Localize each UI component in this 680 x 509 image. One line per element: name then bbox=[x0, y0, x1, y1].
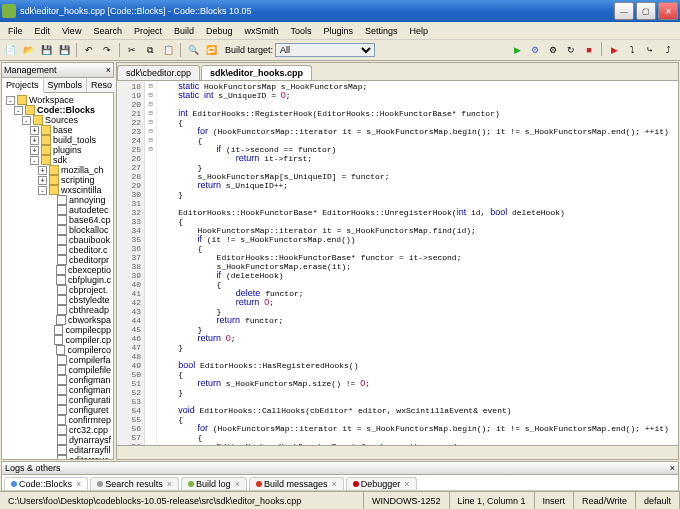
menu-view[interactable]: View bbox=[56, 25, 87, 37]
tree-item[interactable]: configman bbox=[2, 385, 113, 395]
new-file-icon[interactable]: 📄 bbox=[2, 42, 18, 58]
horizontal-scrollbar[interactable] bbox=[117, 445, 678, 459]
undo-icon[interactable]: ↶ bbox=[81, 42, 97, 58]
tree-item[interactable]: cbproject. bbox=[2, 285, 113, 295]
expand-icon[interactable]: + bbox=[38, 176, 47, 185]
tree-item[interactable]: configuret bbox=[2, 405, 113, 415]
fold-gutter[interactable]: ⊟ ⊟ ⊟ ⊟ ⊟ ⊟ ⊟ ⊟ bbox=[145, 81, 157, 445]
collapse-icon[interactable]: - bbox=[14, 106, 23, 115]
find-icon[interactable]: 🔍 bbox=[185, 42, 201, 58]
rebuild-icon[interactable]: ↻ bbox=[563, 42, 579, 58]
mgmt-tab-reso[interactable]: Reso bbox=[87, 78, 117, 92]
menu-project[interactable]: Project bbox=[128, 25, 168, 37]
log-tab-debugger[interactable]: Debugger× bbox=[346, 477, 417, 490]
tree-item[interactable]: compiler.cp bbox=[2, 335, 113, 345]
step-into-icon[interactable]: ⤷ bbox=[642, 42, 658, 58]
close-button[interactable]: ✕ bbox=[658, 2, 678, 20]
maximize-button[interactable]: ▢ bbox=[636, 2, 656, 20]
collapse-icon[interactable]: - bbox=[30, 156, 39, 165]
tab-close-icon[interactable]: × bbox=[167, 479, 172, 489]
tab-close-icon[interactable]: × bbox=[331, 479, 336, 489]
collapse-icon[interactable]: - bbox=[6, 96, 15, 105]
expand-icon[interactable]: + bbox=[38, 166, 47, 175]
tree-item[interactable]: blockalloc bbox=[2, 225, 113, 235]
menu-plugins[interactable]: Plugins bbox=[318, 25, 360, 37]
tree-item[interactable]: cbthreadp bbox=[2, 305, 113, 315]
expand-icon[interactable]: + bbox=[30, 136, 39, 145]
build-run-icon[interactable]: ⚙ bbox=[545, 42, 561, 58]
redo-icon[interactable]: ↷ bbox=[99, 42, 115, 58]
save-icon[interactable]: 💾 bbox=[38, 42, 54, 58]
menu-settings[interactable]: Settings bbox=[359, 25, 404, 37]
step-over-icon[interactable]: ⤵ bbox=[624, 42, 640, 58]
editor-tab[interactable]: sdk\cbeditor.cpp bbox=[117, 65, 200, 80]
tree-item[interactable]: cbworkspa bbox=[2, 315, 113, 325]
tree-item[interactable]: dynarraysf bbox=[2, 435, 113, 445]
tree-item[interactable]: cbstyledte bbox=[2, 295, 113, 305]
debug-icon[interactable]: ▶ bbox=[606, 42, 622, 58]
stop-icon[interactable]: ■ bbox=[581, 42, 597, 58]
open-icon[interactable]: 📂 bbox=[20, 42, 36, 58]
tree-item[interactable]: -Sources bbox=[2, 115, 113, 125]
mgmt-tab-projects[interactable]: Projects bbox=[2, 78, 44, 93]
tree-item[interactable]: base64.cp bbox=[2, 215, 113, 225]
tree-item[interactable]: editarrayo bbox=[2, 455, 113, 459]
tree-item[interactable]: configurati bbox=[2, 395, 113, 405]
log-tab-build-messages[interactable]: Build messages× bbox=[249, 477, 344, 490]
log-tab-build-log[interactable]: Build log× bbox=[181, 477, 247, 490]
tree-item[interactable]: autodetec bbox=[2, 205, 113, 215]
tree-item[interactable]: -wxscintilla bbox=[2, 185, 113, 195]
tree-item[interactable]: cbeditor.c bbox=[2, 245, 113, 255]
menu-file[interactable]: File bbox=[2, 25, 29, 37]
minimize-button[interactable]: — bbox=[614, 2, 634, 20]
editor-tab[interactable]: sdk\editor_hooks.cpp bbox=[201, 65, 312, 80]
step-out-icon[interactable]: ⤴ bbox=[660, 42, 676, 58]
tree-item[interactable]: +base bbox=[2, 125, 113, 135]
build-target-select[interactable]: All bbox=[275, 43, 375, 57]
menu-help[interactable]: Help bbox=[404, 25, 435, 37]
tree-item[interactable]: annoying bbox=[2, 195, 113, 205]
tree-item[interactable]: compilefile bbox=[2, 365, 113, 375]
save-all-icon[interactable]: 💾 bbox=[56, 42, 72, 58]
menu-build[interactable]: Build bbox=[168, 25, 200, 37]
tree-item[interactable]: editarrayfil bbox=[2, 445, 113, 455]
tab-close-icon[interactable]: × bbox=[76, 479, 81, 489]
tree-item[interactable]: +build_tools bbox=[2, 135, 113, 145]
tree-item[interactable]: -Workspace bbox=[2, 95, 113, 105]
cut-icon[interactable]: ✂ bbox=[124, 42, 140, 58]
tab-close-icon[interactable]: × bbox=[235, 479, 240, 489]
tree-item[interactable]: cbauibook bbox=[2, 235, 113, 245]
log-tab-search-results[interactable]: Search results× bbox=[90, 477, 179, 490]
mgmt-tab-symbols[interactable]: Symbols bbox=[44, 78, 88, 92]
copy-icon[interactable]: ⧉ bbox=[142, 42, 158, 58]
menu-tools[interactable]: Tools bbox=[285, 25, 318, 37]
tab-close-icon[interactable]: × bbox=[404, 479, 409, 489]
tree-item[interactable]: cbexceptio bbox=[2, 265, 113, 275]
tree-item[interactable]: -sdk bbox=[2, 155, 113, 165]
log-tab-code-blocks[interactable]: Code::Blocks× bbox=[4, 477, 88, 490]
tree-item[interactable]: configman bbox=[2, 375, 113, 385]
menu-wxsmith[interactable]: wxSmith bbox=[238, 25, 284, 37]
tree-item[interactable]: +plugins bbox=[2, 145, 113, 155]
tree-item[interactable]: compilerco bbox=[2, 345, 113, 355]
paste-icon[interactable]: 📋 bbox=[160, 42, 176, 58]
menu-search[interactable]: Search bbox=[87, 25, 128, 37]
replace-icon[interactable]: 🔁 bbox=[203, 42, 219, 58]
menu-edit[interactable]: Edit bbox=[29, 25, 57, 37]
expand-icon[interactable]: + bbox=[30, 146, 39, 155]
collapse-icon[interactable]: - bbox=[22, 116, 31, 125]
tree-item[interactable]: -Code::Blocks bbox=[2, 105, 113, 115]
expand-icon[interactable]: + bbox=[30, 126, 39, 135]
tree-item[interactable]: confirmrep bbox=[2, 415, 113, 425]
project-tree[interactable]: -Workspace-Code::Blocks-Sources+base+bui… bbox=[2, 93, 113, 459]
panel-close-icon[interactable]: × bbox=[106, 65, 111, 75]
tree-item[interactable]: +scripting bbox=[2, 175, 113, 185]
build-icon[interactable]: ⚙ bbox=[527, 42, 543, 58]
tree-item[interactable]: cbeditorpr bbox=[2, 255, 113, 265]
run-icon[interactable]: ▶ bbox=[509, 42, 525, 58]
code-editor[interactable]: static HookFunctorsMap s_HookFunctorsMap… bbox=[157, 81, 678, 445]
menu-debug[interactable]: Debug bbox=[200, 25, 239, 37]
tree-item[interactable]: compilecpp bbox=[2, 325, 113, 335]
logs-close-icon[interactable]: × bbox=[670, 463, 675, 473]
collapse-icon[interactable]: - bbox=[38, 186, 47, 195]
